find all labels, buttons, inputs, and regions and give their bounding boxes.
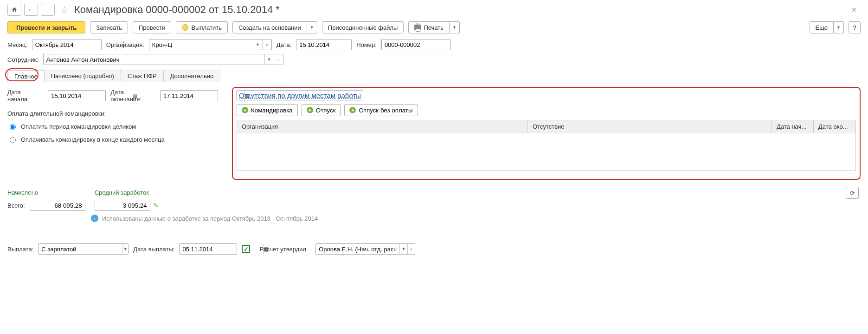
paydate-input[interactable] bbox=[180, 244, 263, 254]
plus-icon: + bbox=[242, 107, 248, 113]
refresh-button[interactable]: ⟳ bbox=[846, 187, 859, 199]
absence-title[interactable]: Отсутствия по другим местам работы bbox=[237, 91, 363, 100]
radio-monthly[interactable]: Оплачивать командировку в конце каждого … bbox=[7, 133, 225, 146]
col-org: Организация bbox=[237, 120, 528, 133]
add-unpaid-label: Отпуск без оплаты bbox=[359, 107, 412, 114]
forward-button[interactable]: 🡒 bbox=[41, 4, 55, 16]
tabs: Главное Начислено (подробно) Стаж ПФР До… bbox=[7, 70, 861, 82]
total-accrued-input[interactable] bbox=[30, 200, 85, 211]
form-row-2: Сотрудник: ▼ ▫ bbox=[0, 52, 868, 67]
payout-input[interactable] bbox=[39, 244, 122, 254]
radio-full-period[interactable]: Оплатить период командировки целиком bbox=[7, 120, 225, 133]
month-field[interactable]: … ▲ ▼ bbox=[32, 39, 102, 50]
avg-heading: Средний заработок bbox=[95, 189, 159, 196]
absence-panel: Отсутствия по другим местам работы + Ком… bbox=[232, 87, 861, 180]
radio-monthly-input[interactable] bbox=[10, 137, 16, 143]
save-button[interactable]: Записать bbox=[90, 21, 128, 33]
employee-dropdown[interactable]: ▼ bbox=[264, 54, 274, 65]
tab-extra[interactable]: Дополнительно bbox=[163, 70, 221, 82]
employee-field[interactable]: ▼ ▫ bbox=[43, 54, 283, 65]
org-dropdown[interactable]: ▼ bbox=[253, 39, 262, 50]
help-button[interactable]: ? bbox=[849, 21, 861, 33]
print-button[interactable]: Печать bbox=[408, 21, 450, 33]
org-field[interactable]: ▼ ▫ bbox=[149, 39, 272, 50]
add-trip-label: Командировка bbox=[251, 107, 293, 114]
number-field bbox=[381, 39, 451, 50]
home-button[interactable] bbox=[7, 4, 21, 16]
close-icon[interactable]: ✕ bbox=[851, 6, 861, 13]
accrued-heading: Начислено bbox=[7, 189, 85, 196]
employee-open[interactable]: ▫ bbox=[274, 54, 283, 65]
end-date-input[interactable] bbox=[161, 91, 244, 101]
tab-main[interactable]: Главное bbox=[7, 70, 45, 82]
avg-input[interactable] bbox=[95, 200, 150, 211]
start-date-label: Дата начала: bbox=[7, 89, 43, 103]
approved-label: Расчет утвердил bbox=[259, 246, 306, 253]
absence-table: Организация Отсутствие Дата нач... Дата … bbox=[237, 120, 856, 171]
radio-full-input[interactable] bbox=[10, 124, 16, 130]
plus-icon: + bbox=[349, 107, 356, 113]
total-label: Всего: bbox=[7, 202, 25, 209]
long-trip-label: Оплата длительной командировки: bbox=[7, 107, 225, 120]
employee-input[interactable] bbox=[44, 54, 264, 65]
approved-by-open[interactable]: ▫ bbox=[407, 244, 415, 254]
approved-by-input[interactable] bbox=[316, 244, 399, 254]
number-input[interactable] bbox=[382, 39, 465, 50]
form-row-1: Месяц: … ▲ ▼ Организация: ▼ ▫ Дата: ▦ Но… bbox=[0, 37, 868, 52]
info-text: Использованы данные о заработке за перио… bbox=[102, 215, 318, 222]
create-on-basis-button[interactable]: Создать на основании bbox=[232, 21, 307, 33]
pencil-icon[interactable]: ✎ bbox=[150, 202, 159, 209]
title-bar: 🡐 🡒 ☆ Командировка 0000-000002 от 15.10.… bbox=[0, 0, 868, 18]
number-label: Номер: bbox=[356, 41, 377, 48]
favorite-icon[interactable]: ☆ bbox=[58, 4, 71, 15]
coin-icon bbox=[182, 24, 188, 31]
info-icon: i bbox=[91, 215, 98, 222]
tab-content-main: Дата начала: ▦ Дата окончания: ▦ Оплата … bbox=[0, 82, 868, 227]
paydate-field[interactable]: ▦ bbox=[179, 243, 237, 255]
create-on-basis-dropdown[interactable]: ▼ bbox=[307, 21, 317, 33]
add-leave-button[interactable]: + Отпуск bbox=[302, 104, 341, 116]
date-label: Дата: bbox=[276, 41, 291, 48]
approved-checkbox[interactable]: ✓ bbox=[242, 245, 250, 253]
start-date-field[interactable]: ▦ bbox=[48, 90, 106, 101]
org-open[interactable]: ▫ bbox=[262, 39, 271, 50]
plus-icon: + bbox=[307, 107, 313, 113]
tab-accrued[interactable]: Начислено (подробно) bbox=[44, 70, 121, 82]
pay-button[interactable]: Выплатить bbox=[176, 21, 228, 33]
payout-dropdown[interactable]: ▼ bbox=[122, 244, 128, 254]
pay-label: Выплатить bbox=[191, 24, 222, 31]
print-label: Печать bbox=[424, 24, 444, 31]
post-button[interactable]: Провести bbox=[133, 21, 172, 33]
radio-full-label: Оплатить период командировки целиком bbox=[21, 123, 136, 130]
month-label: Месяц: bbox=[7, 41, 27, 48]
payout-field[interactable]: ▼ bbox=[38, 243, 129, 255]
end-date-label: Дата окончания: bbox=[110, 89, 155, 103]
print-dropdown[interactable]: ▼ bbox=[450, 21, 460, 33]
back-button[interactable]: 🡐 bbox=[24, 4, 38, 16]
payout-label: Выплата: bbox=[7, 246, 33, 253]
page-title: Командировка 0000-000002 от 15.10.2014 * bbox=[74, 4, 280, 16]
approved-by-field[interactable]: ▼ ▫ bbox=[315, 243, 415, 255]
add-unpaid-button[interactable]: + Отпуск без оплаты bbox=[344, 104, 418, 116]
add-leave-label: Отпуск bbox=[316, 107, 336, 114]
tab-pfr[interactable]: Стаж ПФР bbox=[121, 70, 164, 82]
post-and-close-button[interactable]: Провести и закрыть bbox=[7, 21, 85, 33]
paydate-label: Дата выплаты: bbox=[133, 246, 174, 253]
date-field[interactable]: ▦ bbox=[296, 39, 352, 50]
more-dropdown[interactable]: ▼ bbox=[834, 21, 844, 33]
add-trip-button[interactable]: + Командировка bbox=[237, 104, 298, 116]
org-input[interactable] bbox=[149, 39, 253, 50]
col-start: Дата нач... bbox=[772, 120, 814, 133]
approved-by-dropdown[interactable]: ▼ bbox=[399, 244, 407, 254]
attached-files-button[interactable]: Присоединенные файлы bbox=[322, 21, 404, 33]
radio-monthly-label: Оплачивать командировку в конце каждого … bbox=[21, 136, 165, 143]
employee-label: Сотрудник: bbox=[7, 56, 39, 63]
end-date-field[interactable]: ▦ bbox=[160, 90, 218, 101]
org-label: Организация: bbox=[106, 41, 144, 48]
more-button[interactable]: Еще bbox=[810, 21, 834, 33]
month-input[interactable] bbox=[32, 39, 116, 50]
col-end: Дата око... bbox=[814, 120, 855, 133]
footer-row: Выплата: ▼ Дата выплаты: ▦ ✓ Расчет утве… bbox=[0, 236, 868, 262]
main-toolbar: Провести и закрыть Записать Провести Вып… bbox=[0, 18, 868, 37]
printer-icon bbox=[414, 25, 421, 30]
